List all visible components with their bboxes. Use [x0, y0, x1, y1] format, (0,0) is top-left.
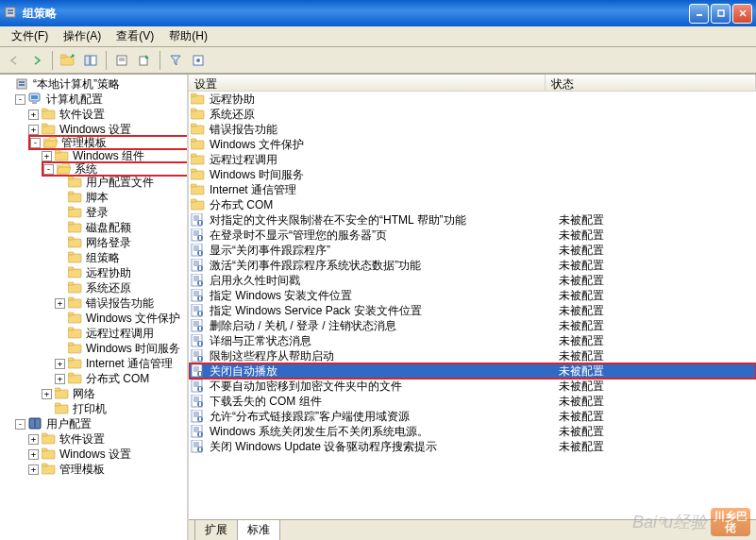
- app-icon: [4, 6, 19, 21]
- tree-software-settings[interactable]: +软件设置: [28, 107, 187, 122]
- tree-disk-quota[interactable]: 磁盘配额: [55, 220, 187, 235]
- title-bar: 组策略: [0, 0, 756, 26]
- list-item-status: 未被配置: [559, 303, 756, 319]
- tree-rpc[interactable]: 远程过程调用: [55, 326, 187, 341]
- list-row[interactable]: Windows 系统关闭发生后不关闭系统电源。未被配置: [189, 424, 756, 439]
- svg-rect-18: [718, 10, 724, 16]
- list-item-status: 未被配置: [559, 424, 756, 440]
- maximize-button[interactable]: [711, 4, 731, 24]
- tree-remote-assist[interactable]: 远程协助: [55, 265, 187, 280]
- policy-icon: [191, 228, 206, 242]
- minimize-button[interactable]: [689, 4, 709, 24]
- tree-scripts[interactable]: 脚本: [55, 190, 187, 205]
- tree-uc-admin[interactable]: +管理模板: [28, 462, 187, 477]
- menu-file[interactable]: 文件(F): [4, 26, 56, 46]
- list-item-name: 指定 Windows Service Pack 安装文件位置: [210, 303, 559, 319]
- list-row[interactable]: 在登录时不显示“管理您的服务器”页未被配置: [189, 228, 756, 243]
- filter-button[interactable]: [165, 50, 186, 71]
- tab-standard[interactable]: 标准: [237, 519, 280, 540]
- tree-gpo[interactable]: 组策略: [55, 250, 187, 265]
- list-item-name: Windows 系统关闭发生后不关闭系统电源。: [210, 424, 559, 440]
- list-row[interactable]: 限制这些程序从帮助启动未被配置: [189, 348, 756, 363]
- list-item-name: 允许“分布式链接跟踪”客户端使用域资源: [210, 409, 559, 425]
- list-row[interactable]: 关闭 Windows Update 设备驱动程序搜索提示未被配置: [189, 439, 756, 454]
- list-row[interactable]: 关闭自动播放未被配置: [189, 363, 756, 379]
- list-item-name: 在登录时不显示“管理您的服务器”页: [210, 228, 559, 244]
- tree-network[interactable]: +网络: [42, 386, 187, 401]
- tree-uc-windows[interactable]: +Windows 设置: [28, 447, 187, 462]
- tree-computer-config[interactable]: -计算机配置: [15, 92, 187, 107]
- close-button[interactable]: [732, 4, 752, 24]
- tree-dcom[interactable]: +分布式 COM: [55, 371, 187, 386]
- list-item-status: 未被配置: [559, 379, 756, 395]
- menu-action[interactable]: 操作(A): [56, 26, 109, 46]
- tree-time-service[interactable]: Windows 时间服务: [55, 341, 187, 356]
- toolbar: [0, 47, 756, 74]
- col-status[interactable]: 状态: [546, 75, 756, 91]
- window-title: 组策略: [23, 6, 689, 22]
- list-item-name: 指定 Windows 安装文件位置: [210, 288, 559, 304]
- tree-user-config[interactable]: -用户配置: [15, 416, 187, 431]
- list-row[interactable]: 激活“关闭事件跟踪程序系统状态数据”功能未被配置: [189, 258, 756, 273]
- list-row[interactable]: 指定 Windows 安装文件位置未被配置: [189, 288, 756, 303]
- list-item-name: 启用永久性时间戳: [210, 273, 559, 289]
- up-button[interactable]: [58, 50, 78, 71]
- policy-icon: [191, 349, 206, 363]
- show-hide-tree-button[interactable]: [80, 50, 101, 71]
- tree-error-report[interactable]: +错误报告功能: [55, 295, 187, 311]
- list-item-status: 未被配置: [559, 288, 756, 304]
- list-row[interactable]: 系统还原: [189, 107, 756, 122]
- tree-internet-comm[interactable]: +Internet 通信管理: [55, 356, 187, 371]
- list-item-status: 未被配置: [559, 439, 756, 455]
- list-row[interactable]: 远程过程调用: [189, 152, 756, 167]
- list-item-name: Windows 文件保护: [210, 137, 559, 153]
- tree-printers[interactable]: 打印机: [42, 401, 187, 416]
- tab-extended[interactable]: 扩展: [194, 519, 238, 540]
- list-item-name: 显示“关闭事件跟踪程序”: [210, 243, 559, 259]
- col-setting[interactable]: 设置: [189, 75, 546, 91]
- list-row[interactable]: 显示“关闭事件跟踪程序”未被配置: [189, 243, 756, 258]
- tree-pane[interactable]: “本地计算机”策略 -计算机配置 +软件设置 +Windows 设置 -管理模板…: [0, 75, 189, 540]
- list-row[interactable]: 删除启动 / 关机 / 登录 / 注销状态消息未被配置: [189, 318, 756, 333]
- menu-view[interactable]: 查看(V): [109, 26, 161, 46]
- policy-icon: [191, 213, 206, 227]
- policy-icon: [191, 440, 206, 453]
- tree-net-login[interactable]: 网络登录: [55, 235, 187, 250]
- list-body[interactable]: 远程协助系统还原错误报告功能Windows 文件保护远程过程调用Windows …: [189, 92, 756, 519]
- list-row[interactable]: Internet 通信管理: [189, 182, 756, 197]
- policy-icon: [191, 364, 206, 378]
- list-row[interactable]: 远程协助: [189, 92, 756, 107]
- list-row[interactable]: 允许“分布式链接跟踪”客户端使用域资源未被配置: [189, 409, 756, 424]
- policy-icon: [191, 334, 206, 347]
- tree-wfp[interactable]: Windows 文件保护: [55, 311, 187, 326]
- policy-icon: [191, 410, 206, 423]
- list-row[interactable]: Windows 时间服务: [189, 167, 756, 182]
- folder-icon: [191, 153, 206, 166]
- tree-user-profile[interactable]: 用户配置文件: [55, 175, 187, 190]
- tree-system-restore[interactable]: 系统还原: [55, 280, 187, 295]
- policy-icon: [191, 304, 206, 317]
- list-row[interactable]: 启用永久性时间戳未被配置: [189, 273, 756, 288]
- list-row[interactable]: 错误报告功能: [189, 122, 756, 137]
- tree-uc-software[interactable]: +软件设置: [28, 431, 187, 447]
- list-item-name: 关闭 Windows Update 设备驱动程序搜索提示: [210, 439, 559, 455]
- list-row[interactable]: Windows 文件保护: [189, 137, 756, 152]
- export-button[interactable]: [134, 50, 155, 71]
- list-row[interactable]: 对指定的文件夹限制潜在不安全的“HTML 帮助”功能未被配置: [189, 212, 756, 228]
- list-row[interactable]: 指定 Windows Service Pack 安装文件位置未被配置: [189, 303, 756, 318]
- list-row[interactable]: 详细与正常状态消息未被配置: [189, 333, 756, 348]
- list-row[interactable]: 下载丢失的 COM 组件未被配置: [189, 394, 756, 409]
- list-row[interactable]: 不要自动加密移到加密文件夹中的文件未被配置: [189, 379, 756, 394]
- folder-icon: [191, 183, 206, 196]
- menu-help[interactable]: 帮助(H): [161, 26, 215, 46]
- forward-button[interactable]: [26, 50, 47, 71]
- list-item-name: 系统还原: [210, 107, 559, 123]
- tree-login[interactable]: 登录: [55, 205, 187, 220]
- list-row[interactable]: 分布式 COM: [189, 197, 756, 212]
- tabs: 扩展 标准: [189, 519, 756, 540]
- template-button[interactable]: [188, 50, 209, 71]
- tree-root[interactable]: “本地计算机”策略: [2, 76, 187, 92]
- list-item-status: 未被配置: [559, 363, 756, 380]
- properties-button[interactable]: [111, 50, 132, 71]
- folder-icon: [191, 198, 206, 211]
